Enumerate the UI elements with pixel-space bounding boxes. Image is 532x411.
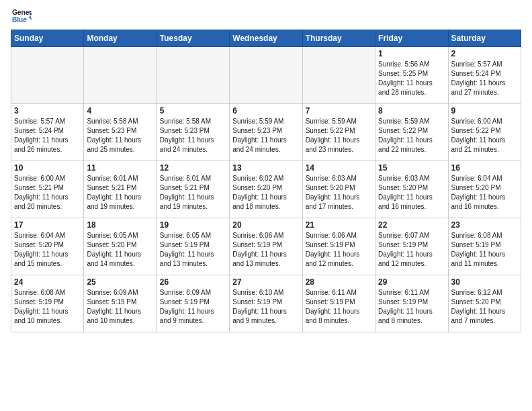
day-number: 18 (87, 220, 153, 230)
day-number: 19 (160, 220, 226, 230)
svg-text:General: General (12, 9, 32, 16)
day-detail: Sunrise: 6:06 AM Sunset: 5:19 PM Dayligh… (232, 231, 299, 269)
day-number: 25 (87, 277, 153, 287)
calendar-cell: 5Sunrise: 5:58 AM Sunset: 5:23 PM Daylig… (157, 104, 229, 161)
calendar-day-header: Thursday (302, 30, 375, 47)
page-header: General Blue (11, 7, 521, 26)
calendar-cell: 3Sunrise: 5:57 AM Sunset: 5:24 PM Daylig… (11, 104, 84, 161)
calendar-cell: 28Sunrise: 6:11 AM Sunset: 5:19 PM Dayli… (302, 275, 375, 332)
calendar-cell: 9Sunrise: 6:00 AM Sunset: 5:22 PM Daylig… (448, 104, 521, 161)
calendar-cell: 4Sunrise: 5:58 AM Sunset: 5:23 PM Daylig… (84, 104, 157, 161)
calendar-cell: 18Sunrise: 6:05 AM Sunset: 5:20 PM Dayli… (84, 218, 157, 275)
calendar-cell: 8Sunrise: 5:59 AM Sunset: 5:22 PM Daylig… (375, 104, 448, 161)
day-number: 5 (160, 106, 226, 116)
calendar-cell: 7Sunrise: 5:59 AM Sunset: 5:22 PM Daylig… (302, 104, 375, 161)
calendar-week-row: 17Sunrise: 6:04 AM Sunset: 5:20 PM Dayli… (11, 218, 521, 275)
calendar-cell: 23Sunrise: 6:08 AM Sunset: 5:19 PM Dayli… (448, 218, 521, 275)
day-number: 13 (232, 163, 299, 173)
calendar-cell: 13Sunrise: 6:02 AM Sunset: 5:20 PM Dayli… (230, 161, 302, 218)
day-number: 23 (451, 220, 518, 230)
calendar-cell: 26Sunrise: 6:09 AM Sunset: 5:19 PM Dayli… (157, 275, 229, 332)
calendar-cell: 21Sunrise: 6:06 AM Sunset: 5:19 PM Dayli… (302, 218, 375, 275)
calendar-cell: 2Sunrise: 5:57 AM Sunset: 5:24 PM Daylig… (448, 47, 521, 104)
day-number: 6 (232, 106, 299, 116)
day-number: 20 (232, 220, 299, 230)
calendar-day-header: Wednesday (230, 30, 302, 47)
day-number: 11 (87, 163, 153, 173)
day-number: 7 (306, 106, 372, 116)
calendar-cell (11, 47, 84, 104)
day-detail: Sunrise: 6:06 AM Sunset: 5:19 PM Dayligh… (306, 231, 372, 269)
calendar-week-row: 24Sunrise: 6:08 AM Sunset: 5:19 PM Dayli… (11, 275, 521, 332)
calendar-cell: 22Sunrise: 6:07 AM Sunset: 5:19 PM Dayli… (375, 218, 448, 275)
day-detail: Sunrise: 6:05 AM Sunset: 5:19 PM Dayligh… (160, 231, 226, 269)
calendar-cell: 1Sunrise: 5:56 AM Sunset: 5:25 PM Daylig… (375, 47, 448, 104)
calendar-cell: 27Sunrise: 6:10 AM Sunset: 5:19 PM Dayli… (230, 275, 302, 332)
day-detail: Sunrise: 5:59 AM Sunset: 5:22 PM Dayligh… (378, 117, 445, 154)
day-detail: Sunrise: 6:04 AM Sunset: 5:20 PM Dayligh… (14, 231, 81, 269)
calendar-cell: 14Sunrise: 6:03 AM Sunset: 5:20 PM Dayli… (302, 161, 375, 218)
day-detail: Sunrise: 5:56 AM Sunset: 5:25 PM Dayligh… (378, 60, 445, 97)
calendar-cell: 20Sunrise: 6:06 AM Sunset: 5:19 PM Dayli… (230, 218, 302, 275)
calendar-day-header: Sunday (11, 30, 84, 47)
day-detail: Sunrise: 6:01 AM Sunset: 5:21 PM Dayligh… (160, 174, 226, 212)
calendar-table: SundayMondayTuesdayWednesdayThursdayFrid… (11, 30, 521, 332)
calendar-week-row: 1Sunrise: 5:56 AM Sunset: 5:25 PM Daylig… (11, 47, 521, 104)
day-detail: Sunrise: 6:05 AM Sunset: 5:20 PM Dayligh… (87, 231, 153, 269)
day-detail: Sunrise: 6:07 AM Sunset: 5:19 PM Dayligh… (378, 231, 445, 269)
day-detail: Sunrise: 6:12 AM Sunset: 5:20 PM Dayligh… (451, 288, 518, 326)
day-number: 4 (87, 106, 153, 116)
svg-text:Blue: Blue (12, 16, 27, 24)
day-number: 24 (14, 277, 81, 287)
day-detail: Sunrise: 5:58 AM Sunset: 5:23 PM Dayligh… (160, 117, 226, 154)
day-detail: Sunrise: 6:09 AM Sunset: 5:19 PM Dayligh… (160, 288, 226, 326)
day-detail: Sunrise: 6:08 AM Sunset: 5:19 PM Dayligh… (451, 231, 518, 269)
day-number: 16 (451, 163, 518, 173)
calendar-cell: 15Sunrise: 6:03 AM Sunset: 5:20 PM Dayli… (375, 161, 448, 218)
day-detail: Sunrise: 6:01 AM Sunset: 5:21 PM Dayligh… (87, 174, 153, 212)
day-detail: Sunrise: 5:59 AM Sunset: 5:22 PM Dayligh… (306, 117, 372, 154)
day-detail: Sunrise: 6:10 AM Sunset: 5:19 PM Dayligh… (232, 288, 299, 326)
calendar-cell: 10Sunrise: 6:00 AM Sunset: 5:21 PM Dayli… (11, 161, 84, 218)
day-detail: Sunrise: 5:57 AM Sunset: 5:24 PM Dayligh… (14, 117, 81, 154)
day-detail: Sunrise: 6:03 AM Sunset: 5:20 PM Dayligh… (378, 174, 445, 212)
day-detail: Sunrise: 6:09 AM Sunset: 5:19 PM Dayligh… (87, 288, 153, 326)
day-detail: Sunrise: 5:58 AM Sunset: 5:23 PM Dayligh… (87, 117, 153, 154)
day-number: 15 (378, 163, 445, 173)
calendar-cell: 11Sunrise: 6:01 AM Sunset: 5:21 PM Dayli… (84, 161, 157, 218)
calendar-day-header: Saturday (448, 30, 521, 47)
page-container: General Blue SundayMondayTuesdayWednesda… (0, 0, 532, 339)
day-number: 2 (451, 49, 518, 58)
day-detail: Sunrise: 6:03 AM Sunset: 5:20 PM Dayligh… (306, 174, 372, 212)
calendar-cell: 17Sunrise: 6:04 AM Sunset: 5:20 PM Dayli… (11, 218, 84, 275)
calendar-cell: 25Sunrise: 6:09 AM Sunset: 5:19 PM Dayli… (84, 275, 157, 332)
day-number: 30 (451, 277, 518, 287)
calendar-day-header: Friday (375, 30, 448, 47)
calendar-cell: 30Sunrise: 6:12 AM Sunset: 5:20 PM Dayli… (448, 275, 521, 332)
day-number: 22 (378, 220, 445, 230)
calendar-cell: 29Sunrise: 6:11 AM Sunset: 5:19 PM Dayli… (375, 275, 448, 332)
calendar-cell (302, 47, 375, 104)
day-detail: Sunrise: 6:11 AM Sunset: 5:19 PM Dayligh… (306, 288, 372, 326)
day-detail: Sunrise: 5:57 AM Sunset: 5:24 PM Dayligh… (451, 60, 518, 97)
day-number: 8 (378, 106, 445, 116)
day-number: 17 (14, 220, 81, 230)
day-detail: Sunrise: 6:02 AM Sunset: 5:20 PM Dayligh… (232, 174, 299, 212)
calendar-cell: 19Sunrise: 6:05 AM Sunset: 5:19 PM Dayli… (157, 218, 229, 275)
logo: General Blue (11, 7, 32, 26)
day-number: 26 (160, 277, 226, 287)
calendar-cell: 16Sunrise: 6:04 AM Sunset: 5:20 PM Dayli… (448, 161, 521, 218)
day-detail: Sunrise: 6:04 AM Sunset: 5:20 PM Dayligh… (451, 174, 518, 212)
day-detail: Sunrise: 6:11 AM Sunset: 5:19 PM Dayligh… (378, 288, 445, 326)
logo-icon: General Blue (11, 7, 32, 26)
day-number: 10 (14, 163, 81, 173)
day-number: 1 (378, 49, 445, 58)
calendar-cell: 12Sunrise: 6:01 AM Sunset: 5:21 PM Dayli… (157, 161, 229, 218)
calendar-cell: 24Sunrise: 6:08 AM Sunset: 5:19 PM Dayli… (11, 275, 84, 332)
day-number: 12 (160, 163, 226, 173)
calendar-cell (230, 47, 302, 104)
calendar-cell: 6Sunrise: 5:59 AM Sunset: 5:23 PM Daylig… (230, 104, 302, 161)
calendar-week-row: 3Sunrise: 5:57 AM Sunset: 5:24 PM Daylig… (11, 104, 521, 161)
calendar-header-row: SundayMondayTuesdayWednesdayThursdayFrid… (11, 30, 521, 47)
day-number: 14 (306, 163, 372, 173)
